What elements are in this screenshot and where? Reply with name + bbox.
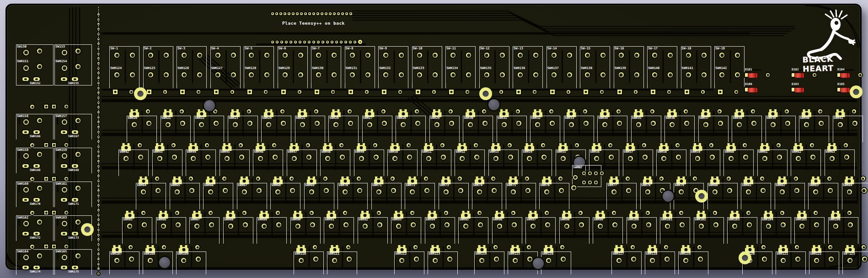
switch-label: SWH31 [498, 117, 507, 120]
switch-label: SWH69 [305, 184, 315, 187]
round-pad [761, 244, 766, 250]
drill [377, 179, 380, 182]
switch-label: SWH111 [328, 252, 339, 256]
switch-label: SWH41 [834, 117, 843, 120]
round-pad [381, 120, 388, 127]
drill [719, 122, 722, 125]
drill [333, 13, 335, 15]
drill [777, 144, 780, 146]
round-pad [511, 221, 518, 228]
drill [665, 246, 667, 248]
round-pad [179, 108, 185, 114]
teensy-pad-bottom [275, 40, 279, 44]
drill [687, 73, 690, 76]
round-pad [279, 108, 285, 114]
round-pad [75, 48, 81, 54]
drill [317, 13, 319, 15]
drill [24, 188, 28, 192]
drill [431, 225, 434, 228]
round-pad [339, 154, 346, 160]
switch-label: SWH171 [68, 203, 79, 206]
round-pad [611, 188, 617, 195]
round-pad [708, 142, 714, 148]
drill [647, 212, 649, 214]
round-pad [227, 223, 234, 230]
teensy-pad-bottom [293, 40, 298, 44]
round-pad [214, 71, 221, 78]
round-pad [678, 188, 685, 195]
diode-body [794, 87, 804, 93]
round-pad [760, 187, 766, 194]
round-pad [423, 176, 429, 182]
drill [338, 13, 339, 15]
drill [782, 248, 785, 251]
round-pad [644, 188, 651, 195]
drill [546, 223, 549, 226]
drill [601, 53, 605, 57]
drill [359, 41, 361, 43]
round-pad [342, 188, 348, 195]
drill [570, 123, 573, 126]
drill [250, 73, 253, 76]
drill [814, 190, 817, 193]
drill [293, 146, 296, 149]
teensy-pad-bottom [357, 39, 363, 45]
switch-label: SWH21 [161, 117, 171, 120]
round-pad [551, 52, 557, 59]
diode-body [794, 73, 804, 78]
round-pad [826, 176, 832, 182]
square-pad [51, 176, 57, 182]
drill [526, 177, 528, 180]
round-pad [843, 154, 850, 160]
drill [736, 73, 739, 76]
drill [684, 248, 687, 251]
drill [284, 13, 286, 15]
round-pad [299, 121, 306, 128]
drill [632, 214, 636, 217]
drill [441, 144, 444, 146]
round-pad [432, 257, 439, 264]
round-pad [599, 89, 605, 95]
round-pad [113, 257, 120, 264]
round-pad [163, 52, 170, 59]
round-pad [524, 176, 530, 182]
drill [562, 157, 565, 160]
drill [704, 123, 707, 126]
switch-label: SWH50 [388, 150, 398, 154]
drill [276, 190, 279, 193]
drill [229, 214, 232, 217]
drill [322, 41, 324, 43]
round-pad [750, 108, 756, 114]
round-pad [813, 257, 820, 264]
teensy-pad-bottom [339, 40, 343, 44]
drill [863, 246, 865, 248]
drill [434, 73, 437, 76]
switch-label: SWH137 [547, 67, 559, 70]
round-pad [75, 185, 81, 192]
drill [551, 122, 554, 125]
round-pad [847, 210, 852, 216]
drill [38, 153, 41, 156]
round-pad [517, 52, 524, 59]
round-pad [113, 71, 120, 78]
round-pad [779, 188, 786, 195]
drill [795, 189, 798, 192]
round-pad [305, 142, 311, 148]
drill [209, 179, 212, 182]
drill [400, 259, 403, 262]
drill [729, 146, 733, 149]
switch-label: SWH126 [177, 67, 189, 70]
switch-label: SWH49 [355, 150, 364, 154]
drill [313, 13, 315, 15]
round-pad [493, 256, 500, 262]
drill [284, 53, 287, 57]
round-pad [450, 52, 456, 59]
oval-pad [60, 231, 68, 236]
drill [165, 53, 168, 57]
drill [601, 73, 605, 76]
round-pad [794, 244, 800, 250]
drill [560, 189, 563, 192]
round-pad [129, 52, 136, 59]
drill [257, 189, 261, 192]
drill [45, 144, 48, 146]
